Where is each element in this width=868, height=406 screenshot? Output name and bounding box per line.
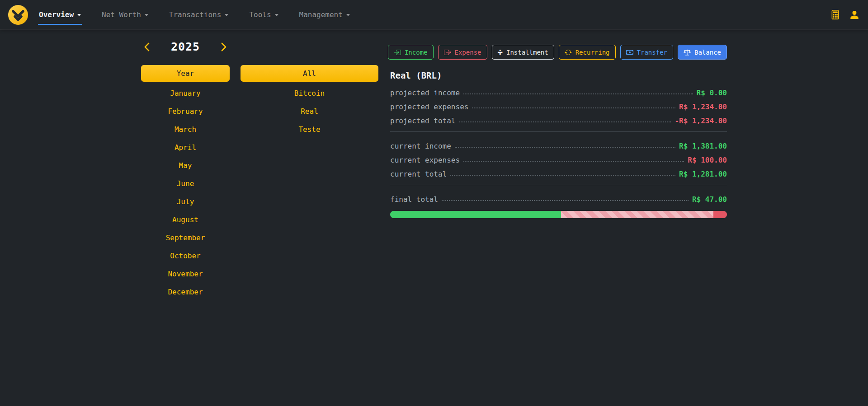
transaction-action-buttons: Income Expense ÷ Installment Recurring <box>390 45 727 60</box>
summary-row-current-total: current total R$ 1,281.00 <box>390 165 727 179</box>
row-label: current expenses <box>390 156 460 165</box>
dotted-leader <box>463 93 693 94</box>
dotted-leader <box>442 200 689 201</box>
next-year-button[interactable] <box>218 41 230 53</box>
row-label: current income <box>390 142 451 151</box>
nav-item-label: Overview <box>39 10 74 19</box>
summary-panel: Income Expense ÷ Installment Recurring <box>390 39 727 301</box>
summary-row-projected-expenses: projected expenses R$ 1,234.00 <box>390 98 727 112</box>
page-content: 2025 Year January February March April M… <box>136 29 732 301</box>
month-link-october[interactable]: October <box>141 247 230 265</box>
account-selector: All Bitcoin Real Teste <box>241 65 378 301</box>
account-link-real[interactable]: Real <box>241 103 378 121</box>
nav-item-management[interactable]: Management <box>299 0 350 29</box>
cash-icon <box>626 49 633 56</box>
income-button[interactable]: Income <box>388 45 434 60</box>
brand-bird-icon <box>8 5 28 25</box>
row-value: R$ 1,381.00 <box>679 142 727 151</box>
month-link-july[interactable]: July <box>141 193 230 211</box>
top-navbar: Overview Net Worth Transactions Tools Ma… <box>0 0 868 29</box>
row-value: R$ 100.00 <box>688 156 727 165</box>
expense-button-label: Expense <box>455 49 481 56</box>
chevron-down-icon <box>77 14 81 16</box>
account-link-teste[interactable]: Teste <box>241 121 378 139</box>
income-button-label: Income <box>405 49 428 56</box>
progress-positive-segment <box>390 211 561 218</box>
prev-year-button[interactable] <box>141 41 153 53</box>
section-divider <box>390 185 727 185</box>
year-button[interactable]: Year <box>141 65 230 82</box>
calculator-icon[interactable] <box>830 10 840 19</box>
month-link-november[interactable]: November <box>141 265 230 283</box>
transfer-button-label: Transfer <box>637 49 667 56</box>
transfer-button[interactable]: Transfer <box>620 45 673 60</box>
period-panel: 2025 Year January February March April M… <box>141 39 378 301</box>
row-label: final total <box>390 195 438 205</box>
account-link-bitcoin[interactable]: Bitcoin <box>241 84 378 103</box>
month-link-may[interactable]: May <box>141 157 230 175</box>
nav-item-transactions[interactable]: Transactions <box>169 0 229 29</box>
chevron-right-icon <box>219 42 229 52</box>
person-icon[interactable] <box>849 9 860 20</box>
installment-button-label: Installment <box>506 49 548 56</box>
navbar-right-icons <box>830 9 860 20</box>
recurring-button-label: Recurring <box>576 49 610 56</box>
main-nav: Overview Net Worth Transactions Tools Ma… <box>39 0 350 29</box>
month-selector: Year January February March April May Ju… <box>141 65 230 301</box>
balance-button[interactable]: Balance <box>678 45 727 60</box>
nav-item-label: Transactions <box>169 10 222 19</box>
dotted-leader <box>463 161 684 162</box>
row-label: projected expenses <box>390 103 468 112</box>
month-link-september[interactable]: September <box>141 229 230 247</box>
section-divider <box>390 131 727 132</box>
nav-item-tools[interactable]: Tools <box>249 0 278 29</box>
summary-rows: projected income R$ 0.00 projected expen… <box>390 84 727 205</box>
repeat-arrows-icon <box>565 49 572 56</box>
balance-button-label: Balance <box>694 49 721 56</box>
nav-item-net-worth[interactable]: Net Worth <box>102 0 148 29</box>
budget-progress-bar <box>390 211 727 218</box>
summary-row-projected-income: projected income R$ 0.00 <box>390 84 727 98</box>
recurring-button[interactable]: Recurring <box>559 45 616 60</box>
chevron-down-icon <box>275 14 278 16</box>
scales-icon <box>684 49 691 56</box>
year-navigation: 2025 <box>141 40 230 53</box>
row-value: -R$ 1,234.00 <box>675 117 727 126</box>
month-link-march[interactable]: March <box>141 121 230 139</box>
nav-item-label: Net Worth <box>102 10 141 19</box>
row-label: current total <box>390 170 447 179</box>
nav-item-label: Management <box>299 10 343 19</box>
selector-columns: Year January February March April May Ju… <box>141 65 378 301</box>
row-label: projected total <box>390 117 456 126</box>
progress-striped-segment <box>561 211 713 218</box>
box-arrow-out-icon <box>444 49 451 56</box>
divide-icon: ÷ <box>498 48 503 56</box>
month-link-december[interactable]: December <box>141 283 230 301</box>
all-accounts-button[interactable]: All <box>241 65 378 82</box>
month-link-august[interactable]: August <box>141 211 230 229</box>
summary-row-current-income: current income R$ 1,381.00 <box>390 137 727 151</box>
row-value: R$ 1,234.00 <box>679 103 727 112</box>
chevron-down-icon <box>145 14 148 16</box>
dotted-leader <box>455 147 675 148</box>
row-value: R$ 0.00 <box>697 89 727 98</box>
dotted-leader <box>450 175 675 176</box>
summary-row-current-expenses: current expenses R$ 100.00 <box>390 151 727 165</box>
installment-button[interactable]: ÷ Installment <box>492 45 554 60</box>
month-link-june[interactable]: June <box>141 175 230 193</box>
nav-item-overview[interactable]: Overview <box>39 0 81 29</box>
chevron-down-icon <box>225 14 228 16</box>
app-logo[interactable] <box>8 5 28 25</box>
month-link-february[interactable]: February <box>141 103 230 121</box>
dotted-leader <box>459 121 671 122</box>
row-value: R$ 1,281.00 <box>679 170 727 179</box>
summary-row-final-total: final total R$ 47.00 <box>390 191 727 205</box>
month-link-january[interactable]: January <box>141 84 230 103</box>
expense-button[interactable]: Expense <box>438 45 487 60</box>
dotted-leader <box>472 107 675 108</box>
progress-negative-segment <box>713 211 727 218</box>
month-link-april[interactable]: April <box>141 139 230 157</box>
box-arrow-in-icon <box>394 49 401 56</box>
currency-section-title: Real (BRL) <box>390 70 727 80</box>
chevron-left-icon <box>142 42 152 52</box>
